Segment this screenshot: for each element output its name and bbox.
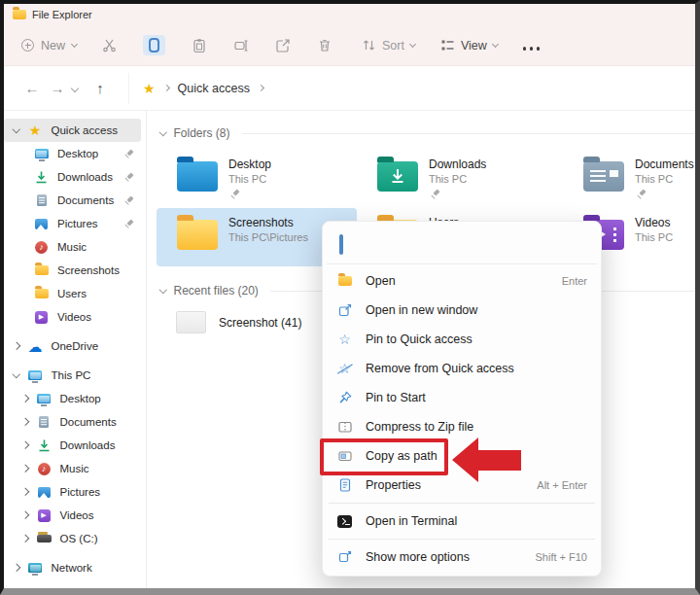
- sidebar-item-onedrive[interactable]: ☁ OneDrive: [4, 334, 146, 358]
- callout-arrow-icon: [452, 438, 521, 482]
- quick-access-star-icon: ★: [143, 82, 156, 95]
- sort-button[interactable]: Sort: [362, 38, 415, 52]
- menu-item-label: Compress to Zip file: [366, 420, 473, 434]
- menu-item-remove-from-quick-access[interactable]: ☆ Remove from Quick access: [327, 354, 597, 383]
- sidebar-item-label: Network: [52, 562, 92, 574]
- context-menu: Open Enter Open in new window ☆ Pin to Q…: [322, 221, 602, 577]
- music-icon: ♪: [38, 463, 51, 475]
- menu-item-label: Pin to Start: [366, 391, 426, 404]
- sidebar-item-screenshots[interactable]: Screenshots: [4, 259, 146, 282]
- menu-item-label: Show more options: [366, 550, 470, 564]
- sidebar-item-desktop[interactable]: Desktop: [4, 142, 146, 165]
- onedrive-cloud-icon: ☁: [28, 339, 43, 354]
- chevron-down-icon[interactable]: [159, 128, 167, 136]
- chevron-down-icon[interactable]: [13, 370, 20, 378]
- paste-button[interactable]: [192, 38, 207, 53]
- menu-item-show-more-options[interactable]: Show more options Shift + F10: [327, 542, 597, 572]
- sidebar-item-documents[interactable]: Documents: [4, 189, 146, 212]
- section-divider: [242, 133, 694, 134]
- menu-item-pin-to-quick-access[interactable]: ☆ Pin to Quick access: [327, 325, 597, 354]
- new-button[interactable]: New: [21, 39, 77, 52]
- menu-item-shortcut: Shift + F10: [535, 551, 587, 563]
- sidebar-item-users[interactable]: Users: [4, 282, 146, 305]
- chevron-right-icon[interactable]: [13, 564, 20, 572]
- breadcrumb-quick-access[interactable]: Quick access: [178, 82, 250, 95]
- up-button[interactable]: ↑: [88, 80, 113, 96]
- copy-button[interactable]: [339, 236, 343, 254]
- copy-button[interactable]: [143, 35, 165, 55]
- network-icon: [28, 563, 42, 573]
- chevron-right-icon[interactable]: [21, 418, 29, 426]
- navigation-bar: ← → ↑ ★ Quick access: [4, 66, 695, 111]
- folder-tile-downloads[interactable]: Downloads This PC: [357, 150, 563, 208]
- sidebar-item-pc-desktop[interactable]: Desktop: [4, 387, 146, 410]
- menu-item-open-in-new-window[interactable]: Open in new window: [327, 296, 597, 325]
- chevron-right-icon[interactable]: [21, 441, 29, 449]
- folder-icon: [35, 265, 49, 275]
- cut-button[interactable]: [102, 38, 117, 52]
- properties-icon: [337, 477, 353, 493]
- desktop-folder-icon: [177, 161, 218, 192]
- sidebar-item-this-pc[interactable]: This PC: [4, 364, 146, 387]
- chevron-down-icon[interactable]: [13, 125, 20, 133]
- navigation-pane: ★ Quick access Desktop Downloads Documen…: [4, 111, 147, 588]
- sidebar-item-downloads[interactable]: Downloads: [4, 165, 146, 189]
- downloads-folder-icon: [377, 161, 418, 192]
- sidebar-item-pc-music[interactable]: ♪ Music: [4, 457, 146, 480]
- sidebar-item-label: Documents: [57, 194, 114, 206]
- delete-button[interactable]: [317, 38, 332, 53]
- chevron-right-icon[interactable]: [21, 535, 29, 542]
- sidebar-item-os-c[interactable]: OS (C:): [4, 527, 146, 550]
- pin-icon: [123, 149, 134, 159]
- chevron-right-icon[interactable]: [21, 395, 29, 402]
- folder-tile-desktop[interactable]: Desktop This PC: [157, 150, 357, 208]
- window-title: File Explorer: [32, 9, 92, 20]
- share-button[interactable]: [275, 38, 291, 53]
- sort-icon: [362, 38, 376, 52]
- recent-locations-chevron[interactable]: [71, 84, 79, 91]
- sidebar-item-label: Downloads: [57, 171, 113, 183]
- chevron-right-icon[interactable]: [21, 511, 29, 519]
- folder-icon: [35, 289, 49, 298]
- folders-section-header[interactable]: Folders (8): [147, 124, 700, 142]
- view-button[interactable]: View: [440, 38, 498, 52]
- paste-icon: [192, 38, 207, 53]
- sidebar-item-music[interactable]: ♪ Music: [4, 235, 146, 259]
- chevron-right-icon[interactable]: [21, 488, 29, 496]
- folder-location: This PC: [635, 231, 673, 243]
- sidebar-item-quick-access[interactable]: ★ Quick access: [4, 119, 141, 142]
- more-options-button[interactable]: [523, 37, 541, 54]
- menu-item-open-in-terminal[interactable]: Open in Terminal: [327, 507, 597, 536]
- chevron-right-icon[interactable]: [13, 342, 20, 350]
- chevron-down-icon: [409, 40, 416, 47]
- desktop-icon: [35, 149, 49, 158]
- pin-icon: [430, 189, 440, 199]
- back-button[interactable]: ←: [19, 80, 45, 96]
- menu-item-label: Pin to Quick access: [366, 332, 472, 346]
- chevron-down-icon[interactable]: [159, 286, 167, 294]
- chevron-right-icon[interactable]: [21, 465, 29, 472]
- rename-button[interactable]: [233, 38, 249, 53]
- chevron-right-icon: [163, 85, 170, 91]
- sidebar-item-pc-downloads[interactable]: Downloads: [4, 434, 146, 457]
- menu-item-open[interactable]: Open Enter: [327, 266, 597, 296]
- pin-icon: [229, 189, 240, 199]
- sidebar-item-pc-documents[interactable]: Documents: [4, 410, 146, 434]
- forward-button[interactable]: →: [45, 80, 70, 96]
- sidebar-item-pictures[interactable]: Pictures: [4, 212, 146, 235]
- folder-tile-documents[interactable]: Documents This PC: [563, 150, 700, 208]
- downloads-icon: [37, 438, 52, 453]
- star-outline-icon: ☆: [338, 332, 351, 346]
- folder-name: Documents: [635, 158, 694, 171]
- menu-item-pin-to-start[interactable]: Pin to Start: [327, 383, 597, 412]
- clipboard-actions: [102, 35, 332, 55]
- sidebar-item-pc-videos[interactable]: ▶ Videos: [4, 504, 146, 527]
- music-icon: ♪: [35, 241, 48, 254]
- sidebar-item-videos[interactable]: ▶ Videos: [4, 305, 146, 329]
- plus-icon: [21, 39, 34, 52]
- sidebar-item-pc-pictures[interactable]: Pictures: [4, 480, 146, 504]
- sidebar-item-network[interactable]: Network: [4, 556, 146, 579]
- screenshots-folder-icon: [177, 220, 218, 250]
- sidebar-item-label: Pictures: [57, 218, 98, 229]
- address-bar[interactable]: ★ Quick access: [128, 73, 263, 104]
